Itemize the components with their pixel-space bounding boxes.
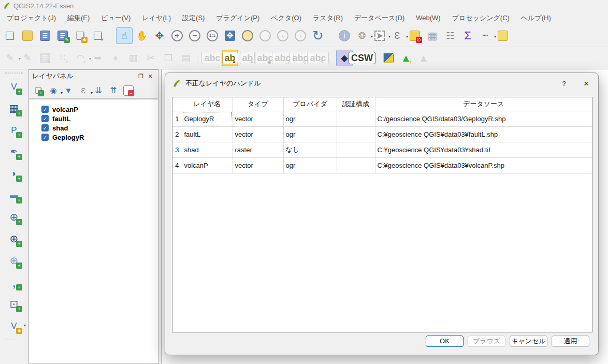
manage-visibility-icon[interactable]: ◉▾	[47, 84, 60, 97]
cell-provider[interactable]: ogr	[283, 111, 337, 126]
menu-l[interactable]: レイヤ(L)	[136, 12, 177, 24]
menu-j[interactable]: プロジェクト(J)	[1, 12, 62, 24]
save-project-as-icon[interactable]: ☰✎	[54, 27, 71, 44]
layer-item-faultl[interactable]: ✓faultL	[41, 114, 158, 123]
menu-s[interactable]: 設定(S)	[177, 12, 210, 24]
layer-item-volcanp[interactable]: ✓volcanP	[41, 105, 158, 114]
new-print-composer-icon[interactable]: ❏✱	[72, 27, 89, 44]
zoom-to-layer-icon[interactable]	[239, 27, 256, 44]
column-header-4[interactable]: データソース	[375, 97, 592, 111]
statistical-summary-icon[interactable]: ☷	[442, 27, 458, 44]
zoom-in-icon[interactable]: +	[169, 27, 185, 44]
cell-layer-name[interactable]: GeplogyR	[182, 111, 233, 126]
composer-manager-icon[interactable]: ❏✦	[90, 27, 106, 44]
layer-checkbox[interactable]: ✓	[41, 124, 49, 132]
add-group-icon[interactable]: ❏+	[32, 84, 45, 97]
layer-checkbox[interactable]: ✓	[41, 106, 49, 113]
cell-type[interactable]: vector	[233, 126, 283, 142]
dialog-close-icon[interactable]: ✕	[577, 76, 595, 91]
identify-features-icon[interactable]: i	[336, 27, 353, 44]
python-console-icon[interactable]	[380, 50, 397, 66]
measure-icon[interactable]: ┉▾	[477, 27, 494, 44]
add-vector-layer-icon[interactable]: V+	[5, 77, 23, 96]
column-header-0[interactable]: レイヤ名	[182, 97, 233, 111]
add-mssql-layer-icon[interactable]: ◗+	[5, 164, 23, 183]
cell-source[interactable]: C:¥geoscience QGIS¥data03¥shad.tif	[375, 142, 592, 157]
attribute-table-icon[interactable]: ▦	[424, 27, 441, 44]
cell-provider[interactable]: ogr	[283, 157, 337, 173]
layer-item-shad[interactable]: ✓shad	[41, 123, 158, 133]
column-header-2[interactable]: プロバイダ	[283, 97, 337, 111]
cell-source[interactable]: C:/geoscience QGIS/data03/GeplogyR.shp	[375, 111, 592, 126]
pan-to-selection-icon[interactable]: ✥	[151, 27, 168, 44]
add-wcs-layer-icon[interactable]: ⊕+	[5, 229, 23, 248]
zoom-native-icon[interactable]: 1:1	[204, 27, 221, 44]
remove-layer-icon[interactable]: −	[122, 84, 135, 97]
cell-rownum[interactable]: 1	[172, 111, 182, 126]
cancel-button[interactable]: キャンセル	[510, 336, 547, 347]
ok-button[interactable]: OK	[426, 336, 464, 347]
cell-layer-name[interactable]: faultL	[182, 126, 233, 142]
map-tips-icon[interactable]	[495, 27, 511, 44]
panel-float-icon[interactable]: ❐	[136, 71, 146, 81]
column-header-3[interactable]: 認証構成	[337, 97, 375, 111]
add-oracle-layer-icon[interactable]: ▬+	[5, 186, 23, 205]
terrain-shading-icon[interactable]: ▲☀	[398, 50, 414, 66]
menu-webw[interactable]: Web(W)	[410, 12, 446, 23]
menu-v[interactable]: ビュー(V)	[95, 12, 136, 24]
add-wfs-layer-icon[interactable]: ⊕+	[5, 251, 23, 270]
cell-layer-name[interactable]: shad	[182, 142, 233, 157]
menu-c[interactable]: プロセッシング(C)	[446, 12, 515, 24]
apply-button[interactable]: 適用	[552, 336, 589, 347]
cell-provider[interactable]: なし	[283, 142, 337, 157]
open-project-icon[interactable]	[19, 27, 36, 44]
menu-d[interactable]: データベース(D)	[349, 12, 410, 24]
pin-labels-icon[interactable]: ab●	[222, 50, 238, 66]
layer-item-geplogyr[interactable]: ✓GeplogyR	[41, 133, 158, 142]
cell-rownum[interactable]: 4	[172, 157, 182, 173]
menu-h[interactable]: ヘルプ(H)	[515, 12, 557, 24]
layer-checkbox[interactable]: ✓	[41, 115, 49, 122]
cell-type[interactable]: vector	[233, 111, 283, 126]
add-postgis-layer-icon[interactable]: P+	[5, 121, 23, 139]
layer-checkbox[interactable]: ✓	[41, 134, 49, 141]
csw-icon[interactable]: CSW	[354, 50, 370, 66]
cell-auth[interactable]	[337, 142, 375, 157]
select-features-icon[interactable]: ➤▾	[371, 27, 388, 44]
deselect-all-icon[interactable]: ∅	[407, 27, 423, 44]
cell-auth[interactable]	[337, 126, 375, 142]
pan-map-icon[interactable]: ✋	[134, 27, 150, 44]
menu-r[interactable]: ラスタ(R)	[307, 12, 349, 24]
cell-auth[interactable]	[337, 111, 375, 126]
add-virtual-layer-icon[interactable]: ⊡+	[5, 295, 23, 313]
add-raster-layer-icon[interactable]: ▦+	[5, 99, 23, 118]
zoom-out-icon[interactable]: −	[186, 27, 203, 44]
cell-rownum[interactable]: 3	[172, 142, 182, 157]
cell-rownum[interactable]: 2	[172, 126, 182, 142]
run-feature-action-icon[interactable]: ❂▾	[354, 27, 370, 44]
expand-all-icon[interactable]: ⇊	[92, 84, 105, 97]
add-spatialite-layer-icon[interactable]: ✒+	[5, 142, 23, 161]
refresh-map-icon[interactable]: ↻	[310, 27, 326, 44]
cell-source[interactable]: C:¥geoscience QGIS¥data03¥faultL.shp	[375, 126, 592, 142]
menu-p[interactable]: プラグイン(P)	[210, 12, 265, 24]
menu-e[interactable]: 編集(E)	[62, 12, 95, 24]
cell-provider[interactable]: ogr	[283, 126, 337, 142]
collapse-all-icon[interactable]: ⇈	[107, 84, 120, 97]
add-wms-layer-icon[interactable]: ⊕+	[5, 208, 23, 226]
new-shapefile-layer-icon-dropdown[interactable]: ▾	[24, 323, 26, 328]
cell-auth[interactable]	[337, 157, 375, 173]
cell-type[interactable]: vector	[233, 157, 283, 173]
zoom-full-icon[interactable]: ✥	[222, 27, 238, 44]
add-delimited-text-layer-icon[interactable]: ,+	[5, 273, 23, 292]
select-by-expression-icon[interactable]: Ɛ▾	[389, 27, 406, 44]
panel-close-icon[interactable]: ✕	[146, 71, 155, 81]
sum-statistics-icon[interactable]: Σ	[459, 27, 476, 44]
filter-expression-icon[interactable]: Ɛ▾	[77, 84, 90, 97]
cell-source[interactable]: C:¥geoscience QGIS¥data03¥volcanP.shp	[375, 157, 592, 173]
save-project-icon[interactable]: ☰	[37, 27, 53, 44]
cell-type[interactable]: raster	[233, 142, 283, 157]
new-project-icon[interactable]: ❏	[2, 27, 18, 44]
menu-o[interactable]: ベクタ(O)	[265, 12, 307, 24]
filter-legend-icon[interactable]: ▼	[62, 84, 75, 97]
